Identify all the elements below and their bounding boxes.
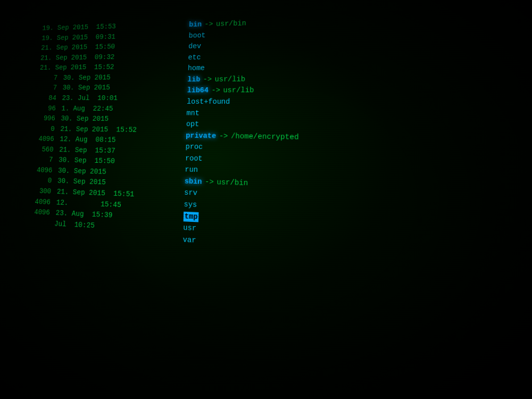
symlink-target: usr/lib (223, 86, 254, 96)
file-date: 30. Sep 2015 (59, 84, 110, 93)
list-item: 21. Sep 2015 15:52 (36, 62, 178, 73)
symlink-arrow: -> (205, 177, 214, 187)
file-date: 23. Jul 10:01 (58, 94, 118, 103)
terminal-screen: 19. Sep 2015 15:53 19. Sep 2015 09:31 21… (0, 0, 532, 399)
file-date: 21. Sep 2015 15:50 (37, 43, 115, 53)
dir-name: proc (185, 142, 203, 152)
file-date: 12. Aug 08:15 (55, 135, 115, 145)
file-size: 7 (30, 155, 53, 165)
file-size: 560 (31, 145, 54, 154)
symlink-target: usr/bin (216, 19, 246, 29)
file-size: 4096 (31, 135, 54, 144)
file-size: 4096 (27, 207, 50, 218)
dir-name: private (186, 131, 216, 141)
symlink-arrow: -> (219, 131, 228, 142)
file-date: 30. Sep 2015 (54, 166, 106, 177)
dir-name: lib64 (187, 86, 209, 96)
dir-name: usr (183, 223, 196, 234)
list-item: 996 30. Sep 2015 (33, 114, 177, 124)
dir-name: sbin (185, 177, 202, 187)
file-size: 7 (35, 73, 57, 82)
dir-entry-lib: lib -> usr/lib (187, 72, 532, 85)
file-size: 4096 (28, 197, 51, 207)
left-column: 19. Sep 2015 15:53 19. Sep 2015 09:31 21… (18, 20, 184, 386)
file-date: 1. Aug 22:45 (57, 104, 113, 113)
dir-name: srv (184, 188, 197, 199)
dir-entry-lib64: lib64 -> usr/lib (187, 85, 532, 96)
file-date: 30. Sep 15:50 (54, 155, 115, 167)
file-date: 21. Sep 15:37 (55, 145, 115, 156)
list-item: 84 23. Jul 10:01 (34, 94, 177, 103)
symlink-arrow: -> (211, 86, 220, 96)
dir-entry-lost-found: lost+found (187, 97, 532, 109)
dir-name: mnt (186, 109, 200, 118)
dir-name: lost+found (187, 97, 230, 107)
list-item: 7 30. Sep 2015 (35, 72, 178, 82)
dir-name-highlighted: tmp (184, 211, 199, 222)
list-item: 21. Sep 2015 09:32 (36, 52, 178, 63)
file-date: 21. Sep 2015 15:52 (56, 124, 137, 135)
content-wrapper: 19. Sep 2015 15:53 19. Sep 2015 09:31 21… (13, 1, 532, 399)
symlink-target: /home/encrypted (231, 131, 299, 143)
file-date: 21. Sep 2015 15:52 (36, 63, 114, 73)
file-size: 996 (33, 114, 56, 123)
list-item: 96 1. Aug 22:45 (34, 104, 177, 114)
file-date: Jul 10:25 (27, 218, 95, 231)
file-date: 30. Sep 2015 (53, 177, 106, 188)
file-size: 7 (35, 84, 57, 93)
file-size: 84 (34, 94, 57, 103)
file-date: 23. Aug 15:39 (52, 209, 113, 221)
dir-name: sys (184, 200, 197, 210)
dir-name: opt (186, 120, 200, 130)
file-size: 0 (32, 124, 55, 134)
list-item: 4096 12. Aug 08:15 (31, 135, 176, 146)
symlink-target: usr/lib (214, 74, 245, 85)
dir-name: dev (188, 42, 201, 52)
file-size: 96 (34, 104, 56, 113)
right-column: bin -> usr/bin boot dev etc home lib (173, 11, 532, 399)
dir-name: boot (188, 31, 205, 40)
list-item: 0 21. Sep 2015 15:52 (32, 124, 176, 136)
file-date: 19. Sep 2015 09:31 (38, 32, 116, 43)
file-date: 21. Sep 2015 09:32 (36, 53, 114, 63)
dir-name: run (185, 165, 198, 175)
dir-name: bin (189, 20, 202, 30)
symlink-arrow: -> (203, 75, 212, 85)
dir-entry-home: home (188, 60, 532, 73)
symlink-arrow: -> (204, 20, 213, 29)
file-date: 30. Sep 2015 (59, 73, 111, 82)
file-date: 30. Sep 2015 (57, 114, 109, 124)
dir-name: home (188, 64, 205, 73)
file-date: 19. Sep 2015 15:53 (38, 22, 116, 34)
dir-name: lib (187, 75, 200, 85)
list-item: 21. Sep 2015 15:50 (37, 41, 179, 53)
symlink-target: usr/bin (217, 178, 248, 189)
dir-name: root (185, 154, 203, 164)
file-size: 4096 (30, 165, 53, 176)
dir-name: etc (188, 53, 201, 62)
dir-entry-mnt: mnt (186, 109, 532, 121)
list-item: 7 30. Sep 2015 (35, 83, 178, 93)
file-size: 0 (29, 176, 52, 186)
dir-name: var (182, 235, 196, 246)
file-size: 300 (28, 186, 51, 196)
